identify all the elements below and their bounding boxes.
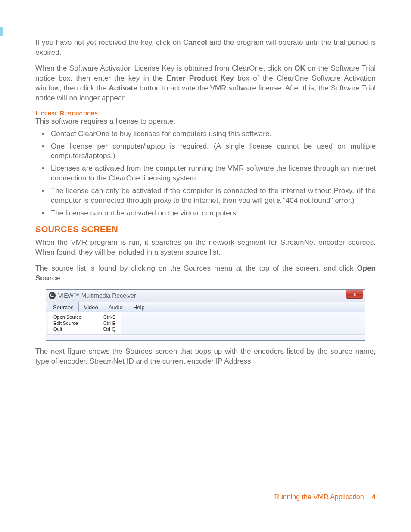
text: The source list is found by clicking on …	[35, 264, 357, 272]
list-item: One license per computer/laptop is requi…	[49, 142, 376, 162]
menu-sources[interactable]: Sources	[48, 302, 79, 312]
menu-item-shortcut: Ctrl-E	[103, 320, 115, 326]
menu-item-label: Open Source	[53, 314, 81, 320]
menu-help[interactable]: Help	[128, 302, 150, 312]
paragraph-activation: When the Software Activation License Key…	[35, 64, 376, 103]
menu-item-open-source[interactable]: Open Source Ctrl-S	[48, 314, 121, 320]
list-item: The license can only be activated if the…	[49, 186, 376, 206]
window-titlebar[interactable]: VIEW™ Multimedia Receiver x	[46, 290, 365, 302]
sources-dropdown: Open Source Ctrl-S Edit Source Ctrl-E Qu…	[48, 312, 121, 334]
menu-item-shortcut: Ctrl-S	[103, 314, 115, 320]
heading-sources-screen: Sources Screen	[35, 224, 376, 234]
document-page: If you have not yet received the key, cl…	[0, 0, 411, 367]
window-title: VIEW™ Multimedia Receiver	[58, 292, 136, 299]
bold-activate: Activate	[109, 84, 137, 92]
page-edge-tab	[0, 27, 3, 36]
subheading-license-restrictions: License Restrictions	[35, 109, 376, 117]
menu-video[interactable]: Video	[79, 302, 103, 312]
paragraph-license-req: This software requires a license to oper…	[35, 117, 376, 127]
paragraph-sources-2: The source list is found by clicking on …	[35, 264, 376, 283]
list-item: The license can not be activated on the …	[49, 208, 376, 218]
window-client-area: Open Source Ctrl-S Edit Source Ctrl-E Qu…	[46, 312, 365, 334]
text: When the Software Activation License Key…	[35, 64, 294, 72]
menu-item-quit[interactable]: Quit Ctrl-Q	[48, 326, 121, 332]
page-footer: Running the VMR Application 4	[274, 493, 376, 501]
menu-item-label: Quit	[53, 327, 62, 332]
footer-section: Running the VMR Application	[274, 493, 364, 501]
footer-page-number: 4	[372, 493, 376, 501]
menu-item-edit-source[interactable]: Edit Source Ctrl-E	[48, 320, 121, 326]
list-item: Licenses are activated from the computer…	[49, 164, 376, 184]
paragraph-cancel: If you have not yet received the key, cl…	[35, 38, 376, 58]
list-item: Contact ClearOne to buy licenses for com…	[49, 129, 376, 139]
bold-enter-key: Enter Product Key	[167, 74, 234, 82]
license-bullet-list: Contact ClearOne to buy licenses for com…	[35, 129, 376, 219]
menu-bar: Sources Video Audio Help	[46, 302, 365, 312]
paragraph-next-figure: The next figure shows the Sources screen…	[35, 347, 376, 367]
text: If you have not yet received the key, cl…	[35, 38, 183, 47]
app-icon	[49, 292, 56, 299]
menu-item-label: Edit Source	[53, 320, 78, 326]
close-button[interactable]: x	[346, 290, 363, 299]
vmr-window: VIEW™ Multimedia Receiver x Sources Vide…	[46, 289, 365, 341]
text: .	[60, 274, 62, 282]
menu-audio[interactable]: Audio	[103, 302, 128, 312]
bold-ok: OK	[294, 64, 305, 72]
menu-item-shortcut: Ctrl-Q	[103, 327, 115, 332]
window-lower-strip	[46, 334, 365, 340]
bold-cancel: Cancel	[183, 38, 207, 47]
close-icon: x	[353, 291, 356, 297]
paragraph-sources-1: When the VMR program is run, it searches…	[35, 238, 376, 258]
